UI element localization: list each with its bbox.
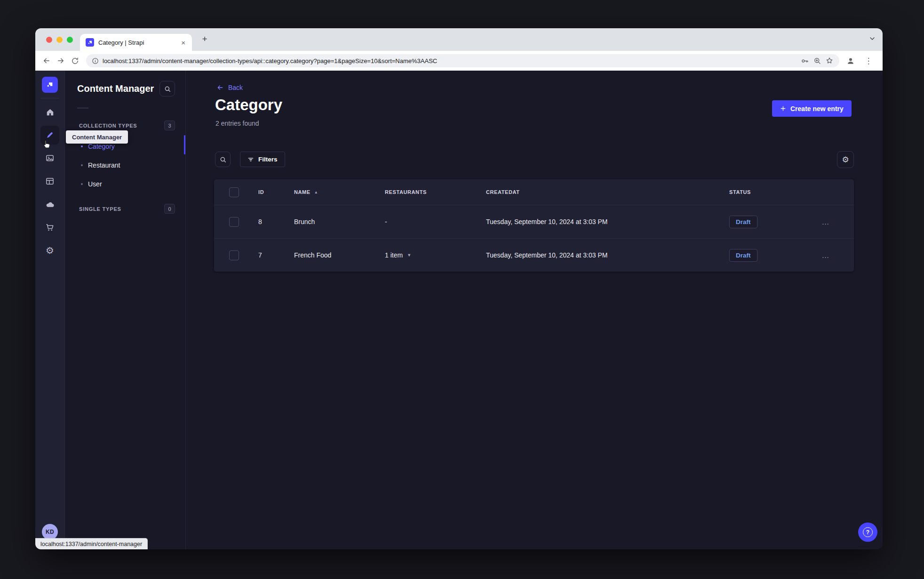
subnav-title: Content Manager: [77, 83, 154, 94]
home-icon[interactable]: [40, 103, 59, 121]
row-checkbox[interactable]: [229, 250, 239, 260]
cell-createdat: Tuesday, September 10, 2024 at 3:03 PM: [486, 218, 729, 225]
media-library-icon[interactable]: [40, 149, 59, 168]
marketplace-cart-icon[interactable]: [40, 218, 59, 237]
close-window-button[interactable]: [46, 37, 52, 43]
window-controls: [46, 37, 73, 43]
subnav-item-user[interactable]: User: [65, 175, 185, 193]
cell-createdat: Tuesday, September 10, 2024 at 3:03 PM: [486, 251, 729, 259]
strapi-favicon: [86, 38, 94, 47]
link-preview-statusbar: localhost:1337/admin/content-manager: [35, 538, 148, 549]
question-mark-icon: ?: [863, 527, 873, 537]
back-navigation-icon[interactable]: [40, 54, 53, 67]
column-header-name[interactable]: NAME ▲: [294, 189, 385, 195]
select-all-checkbox[interactable]: [229, 187, 239, 197]
column-header-status[interactable]: STATUS: [729, 189, 797, 195]
bookmark-star-icon[interactable]: [825, 56, 834, 65]
back-link[interactable]: Back: [216, 84, 243, 91]
column-header-id[interactable]: ID: [258, 189, 294, 195]
filters-button[interactable]: Filters: [240, 152, 285, 167]
view-settings-gear-icon[interactable]: ⚙: [837, 151, 854, 168]
bullet-icon: [81, 145, 83, 147]
subnav-item-restaurant[interactable]: Restaurant: [65, 156, 185, 175]
url-bar[interactable]: localhost:1337/admin/content-manager/col…: [86, 54, 839, 67]
browser-tab-strip: Category | Strapi × +: [35, 28, 883, 51]
cell-restaurants[interactable]: 1 item ▼: [385, 251, 486, 259]
cell-restaurants: -: [385, 218, 486, 225]
cloud-icon[interactable]: [40, 195, 59, 214]
entries-count: 2 entries found: [215, 120, 259, 127]
content-type-builder-icon[interactable]: [40, 172, 59, 191]
forward-navigation-icon[interactable]: [54, 54, 67, 67]
arrow-left-icon: [216, 84, 224, 91]
sort-ascending-icon[interactable]: ▲: [314, 190, 319, 194]
collection-types-list: Category Restaurant User: [65, 137, 185, 193]
active-item-indicator: [184, 135, 185, 154]
subnav-divider: [77, 108, 88, 108]
url-text: localhost:1337/admin/content-manager/col…: [103, 57, 797, 64]
subnav-item-label: Category: [88, 143, 115, 150]
help-button[interactable]: ?: [858, 523, 877, 542]
entries-table: ID NAME ▲ RESTAURANTS CREATEDAT STATUS 8…: [214, 179, 854, 272]
single-types-count-badge: 0: [164, 204, 175, 214]
table-row[interactable]: 8 Brunch - Tuesday, September 10, 2024 a…: [214, 205, 854, 238]
tab-title: Category | Strapi: [98, 39, 175, 46]
mouse-cursor: [43, 140, 51, 149]
subnav-item-label: User: [88, 180, 102, 188]
bullet-icon: [81, 183, 83, 185]
bullet-icon: [81, 164, 83, 166]
password-manager-key-icon[interactable]: [800, 56, 809, 65]
content-manager-tooltip: Content Manager: [66, 130, 128, 144]
chevron-down-icon: ▼: [407, 253, 411, 257]
table-row[interactable]: 7 French Food 1 item ▼ Tuesday, Septembe…: [214, 238, 854, 272]
collection-types-count-badge: 3: [164, 121, 175, 130]
cell-name: French Food: [294, 251, 385, 259]
new-tab-button[interactable]: +: [199, 34, 210, 44]
column-header-restaurants[interactable]: RESTAURANTS: [385, 189, 486, 195]
minimize-window-button[interactable]: [56, 37, 63, 43]
cell-id: 8: [258, 218, 294, 225]
strapi-logo[interactable]: [42, 77, 58, 93]
status-badge: Draft: [729, 216, 757, 228]
cell-name: Brunch: [294, 218, 385, 225]
zoom-page-icon[interactable]: [813, 56, 821, 65]
create-new-entry-button[interactable]: Create new entry: [772, 100, 852, 117]
collection-types-label: COLLECTION TYPES: [79, 123, 137, 129]
browser-window: Category | Strapi × + localhost:1337/adm…: [35, 28, 883, 549]
strapi-admin-app: ⚙ KD Content Manager COLLECTION TYPES 3 …: [35, 71, 883, 549]
subnav-item-label: Restaurant: [88, 161, 120, 169]
site-info-icon[interactable]: [92, 57, 99, 64]
main-content: Back Category 2 entries found Create new…: [186, 71, 883, 549]
browser-tab[interactable]: Category | Strapi ×: [80, 34, 192, 51]
tab-close-icon[interactable]: ×: [179, 38, 187, 47]
plus-icon: [780, 105, 786, 112]
create-new-entry-label: Create new entry: [790, 105, 844, 113]
filters-label: Filters: [258, 156, 278, 163]
settings-gear-icon[interactable]: ⚙: [40, 241, 59, 260]
row-checkbox[interactable]: [229, 217, 239, 227]
cell-id: 7: [258, 251, 294, 259]
row-actions-menu-icon[interactable]: ...: [797, 218, 854, 226]
maximize-window-button[interactable]: [67, 37, 73, 43]
table-header-row: ID NAME ▲ RESTAURANTS CREATEDAT STATUS: [214, 179, 854, 205]
single-types-label: SINGLE TYPES: [79, 206, 121, 212]
table-search-button[interactable]: [215, 152, 231, 167]
tab-search-chevron-icon[interactable]: [868, 35, 876, 42]
browser-toolbar: localhost:1337/admin/content-manager/col…: [35, 51, 883, 71]
column-header-createdat[interactable]: CREATEDAT: [486, 189, 729, 195]
profile-icon[interactable]: [844, 54, 857, 67]
row-actions-menu-icon[interactable]: ...: [797, 251, 854, 259]
browser-menu-icon[interactable]: ⋮: [862, 54, 875, 67]
status-badge: Draft: [729, 249, 757, 262]
reload-icon[interactable]: [68, 54, 81, 67]
page-title: Category: [215, 96, 282, 114]
back-label: Back: [228, 84, 243, 91]
subnav-search-button[interactable]: [159, 81, 175, 96]
user-avatar[interactable]: KD: [42, 524, 58, 540]
sidebar-divider: [41, 98, 59, 98]
filter-icon: [247, 156, 254, 163]
